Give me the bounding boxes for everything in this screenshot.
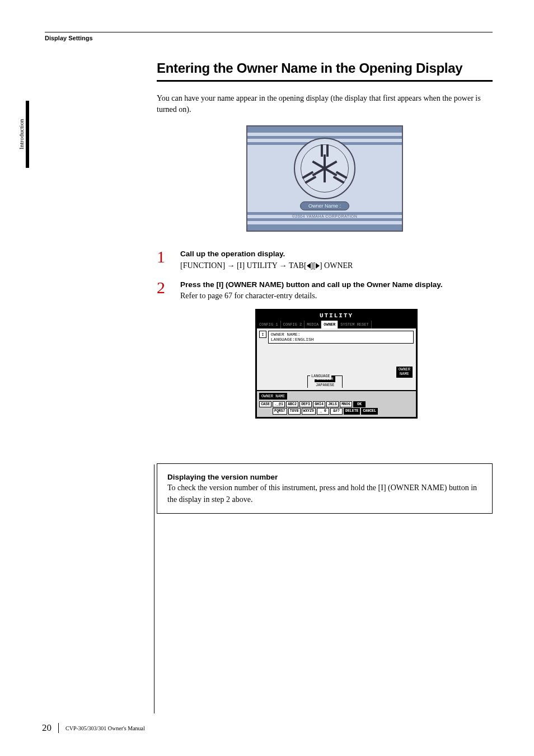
triangle-right-icon [316, 263, 320, 269]
utility-tab: CONFIG 1 [257, 321, 281, 328]
utility-title: UTILITY [257, 311, 416, 321]
step-2-title: Press the [I] (OWNER NAME) button and ca… [180, 280, 443, 289]
step-1-path: [FUNCTION] → [I] UTILITY → TAB[][] OWNER [180, 261, 353, 270]
key: ABC2 [286, 401, 298, 407]
language-box: LANGUAGE ENGLISH JAPANESE [307, 375, 343, 387]
yamaha-logo [294, 138, 355, 199]
key: MNO6 [340, 401, 352, 407]
key: CASE [259, 401, 271, 407]
step-number: 2 [157, 279, 180, 296]
utility-screenshot: UTILITY CONFIG 1 CONFIG 2 MEDIA OWNER SY… [255, 309, 418, 419]
utility-index: I [259, 331, 266, 339]
footer-manual-title: CVP-305/303/301 Owner's Manual [65, 725, 145, 731]
side-tab-label: Introduction [18, 119, 25, 149]
note-title: Displaying the version number [167, 472, 482, 483]
step-number: 1 [157, 248, 180, 265]
key: TUV8 [288, 408, 301, 414]
key: ._@1 [273, 401, 285, 407]
header-section-label: Display Settings [45, 35, 93, 41]
key: DEF3 [299, 401, 312, 407]
utility-tab-active: OWNER [321, 321, 338, 328]
heading-underline [157, 80, 493, 82]
main-content: Entering the Owner Name in the Opening D… [157, 60, 493, 514]
key: JKL5 [326, 401, 339, 407]
key-delete: DELETE [344, 408, 360, 414]
triangle-left-icon [307, 263, 311, 269]
utility-tabs: CONFIG 1 CONFIG 2 MEDIA OWNER SYSTEM RES… [257, 321, 416, 328]
utility-tab: MEDIA [305, 321, 321, 328]
page-heading: Entering the Owner Name in the Opening D… [157, 60, 493, 77]
corporation-text: ©2004 YAMAHA CORPORATION [247, 214, 402, 218]
owner-name-button: OWNER NAME [396, 367, 413, 377]
content-vertical-rule [154, 464, 154, 713]
key: WXYZ9 [302, 408, 316, 414]
keypad-row-1: CASE ._@1 ABC2 DEF3 GHI4 JKL5 MNO6 OK [259, 401, 414, 407]
note-box: Displaying the version number To check t… [157, 463, 493, 514]
side-tab-introduction: Introduction [15, 101, 27, 168]
step-2-body: Refer to page 67 for character-entry det… [180, 292, 317, 300]
intro-paragraph: You can have your name appear in the ope… [157, 93, 493, 116]
step-2: 2 Press the [I] (OWNER NAME) button and … [157, 279, 493, 419]
owner-name-badge: Owner Name : [300, 201, 349, 210]
owner-name-footer-label: OWNER NAME [259, 393, 287, 400]
key-cancel: CANCEL [361, 408, 377, 414]
utility-body: I OWNER NAME: LANGUAGE:ENGLISH OWNER NAM… [257, 328, 416, 390]
utility-tab: CONFIG 2 [281, 321, 305, 328]
key: &#? [330, 408, 343, 414]
key: _ 0 [317, 408, 329, 414]
utility-footer: OWNER NAME CASE ._@1 ABC2 DEF3 GHI4 JKL5… [257, 390, 416, 417]
utility-tab: SYSTEM RESET [338, 321, 371, 328]
keypad-row-2: PQRS7 TUV8 WXYZ9 _ 0 &#? DELETE CANCEL [259, 408, 414, 414]
header-rule [45, 32, 493, 32]
key-ok: OK [353, 401, 366, 407]
utility-field: OWNER NAME: LANGUAGE:ENGLISH [268, 331, 414, 344]
page-number: 20 [42, 722, 51, 734]
footer-divider [58, 723, 59, 733]
page-footer: 20 CVP-305/303/301 Owner's Manual [42, 722, 145, 734]
note-body: To check the version number of this inst… [167, 482, 482, 505]
step-1: 1 Call up the operation display. [FUNCTI… [157, 248, 493, 271]
opening-display-figure: Owner Name : ©2004 YAMAHA CORPORATION [246, 125, 403, 232]
key: PQRS7 [273, 408, 287, 414]
key: GHI4 [313, 401, 325, 407]
step-1-title: Call up the operation display. [180, 250, 285, 258]
